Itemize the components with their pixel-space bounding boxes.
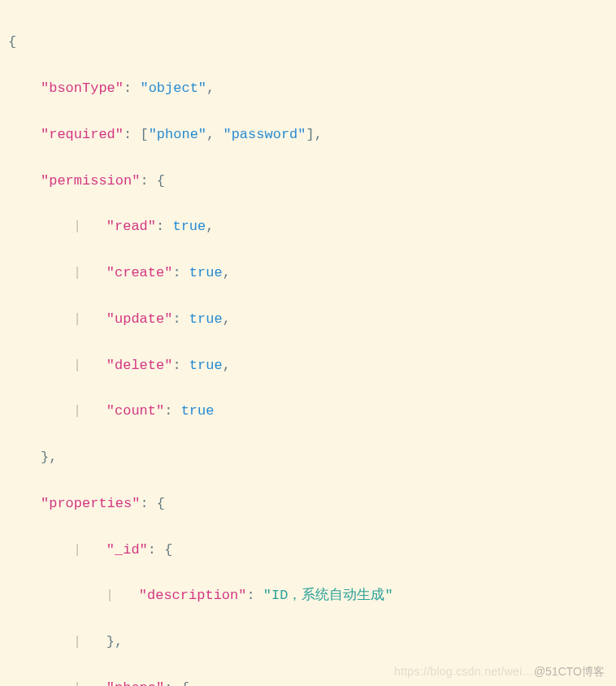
code-line: "permission": { <box>8 170 608 193</box>
code-line: { <box>8 31 608 54</box>
code-line: | "update": true, <box>8 308 608 331</box>
code-line: "required": ["phone", "password"], <box>8 124 608 146</box>
code-line: "bsonType": "object", <box>8 77 608 100</box>
code-line: | "delete": true, <box>8 354 608 377</box>
code-line: | }, <box>8 631 608 653</box>
code-line: | "read": true, <box>8 215 608 238</box>
code-line: | "description": "ID，系统自动生成" <box>8 584 608 607</box>
code-line: | "phone": { <box>8 677 608 686</box>
code-line: | "count": true <box>8 400 608 423</box>
code-block: { "bsonType": "object", "required": ["ph… <box>8 8 608 686</box>
code-line: | "_id": { <box>8 539 608 562</box>
code-line: "properties": { <box>8 493 608 515</box>
code-line: | "create": true, <box>8 262 608 284</box>
code-line: }, <box>8 446 608 469</box>
